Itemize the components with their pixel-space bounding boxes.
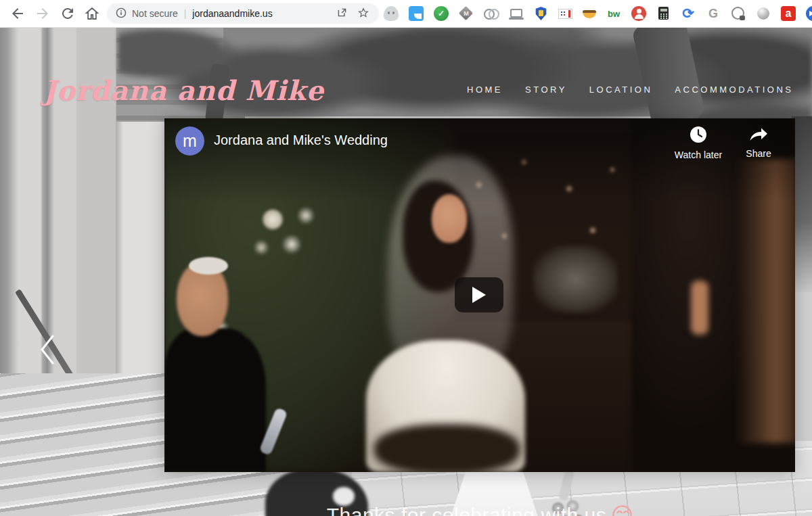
video-mic-windscreen xyxy=(374,424,520,472)
chevron-left-icon xyxy=(39,334,55,365)
carousel-prev-button[interactable] xyxy=(39,334,55,368)
nav-item-home[interactable]: HOME xyxy=(467,85,503,95)
nav-item-accommodations[interactable]: ACCOMMODATIONS xyxy=(675,85,793,95)
video-rabbi-suit xyxy=(164,328,266,472)
video-groom-neck xyxy=(691,281,708,335)
back-button[interactable] xyxy=(9,5,26,22)
pages-icon[interactable] xyxy=(409,6,424,21)
diamond-m-icon[interactable]: M xyxy=(459,6,474,21)
watch-later-button[interactable]: Watch later xyxy=(667,125,730,160)
laptop-icon[interactable] xyxy=(509,6,524,21)
rings-icon[interactable] xyxy=(484,6,499,21)
check-glyph: ✓ xyxy=(438,9,445,18)
red-a-icon[interactable]: a xyxy=(781,6,796,21)
video-flowers xyxy=(244,196,339,274)
calculator-icon[interactable] xyxy=(658,7,669,20)
google-g-icon[interactable]: G xyxy=(706,6,721,21)
address-bar[interactable]: Not secure | jordanaandmike.us xyxy=(107,3,379,24)
site-logo[interactable]: Jordana and Mike xyxy=(43,74,324,106)
home-button[interactable] xyxy=(84,5,100,22)
thanks-line: Thanks for celebrating with us xyxy=(164,502,795,516)
nav-item-story[interactable]: STORY xyxy=(525,85,567,95)
video-player[interactable]: m Jordana and Mike's Wedding Watch later… xyxy=(164,118,795,472)
shield-icon[interactable] xyxy=(535,7,547,20)
thanks-text: Thanks for celebrating with us xyxy=(327,504,607,516)
forward-button[interactable] xyxy=(35,5,51,22)
refresh-button[interactable] xyxy=(60,5,76,22)
channel-avatar[interactable]: m xyxy=(175,126,204,156)
clock-icon xyxy=(689,125,708,144)
url-separator: | xyxy=(184,8,187,19)
bookmark-star-icon[interactable] xyxy=(357,7,369,21)
browser-toolbar: Not secure | jordanaandmike.us ✓ M bw ⟳ … xyxy=(0,0,812,28)
blue-circle-icon[interactable] xyxy=(806,6,812,21)
watch-later-label: Watch later xyxy=(667,149,730,160)
hero-caption: Thanks for celebrating with us February … xyxy=(164,502,795,516)
bw-icon[interactable]: bw xyxy=(606,6,621,21)
person-badge-icon[interactable] xyxy=(631,6,646,21)
diamond-glyph: M xyxy=(464,10,469,17)
open-in-new-icon[interactable] xyxy=(336,7,348,20)
sphere-icon[interactable] xyxy=(757,7,769,20)
play-button[interactable] xyxy=(455,277,503,312)
security-label[interactable]: Not secure xyxy=(132,8,178,19)
taco-icon[interactable] xyxy=(583,10,596,18)
sync-icon[interactable]: ⟳ xyxy=(681,6,696,21)
info-icon[interactable] xyxy=(116,7,127,20)
video-kippah xyxy=(189,257,228,275)
video-title[interactable]: Jordana and Mike's Wedding xyxy=(214,133,388,148)
green-check-icon[interactable]: ✓ xyxy=(434,6,449,21)
ghost-icon[interactable] xyxy=(384,6,399,21)
wedding-site-page: Jordana and Mike HOME STORY LOCATION ACC… xyxy=(0,27,812,516)
url-text: jordanaandmike.us xyxy=(192,8,272,19)
share-button[interactable]: Share xyxy=(736,125,781,159)
site-nav: HOME STORY LOCATION ACCOMMODATIONS GALLE… xyxy=(467,85,812,95)
flag-icon[interactable] xyxy=(558,9,572,19)
extensions-row: ✓ M bw ⟳ G a xyxy=(384,6,812,21)
share-arrow-icon xyxy=(748,125,769,143)
clock-lock-icon[interactable] xyxy=(731,6,746,21)
video-guest-dress xyxy=(533,245,618,313)
share-label: Share xyxy=(736,148,781,159)
winking-emoji-icon xyxy=(612,505,633,516)
nav-item-location[interactable]: LOCATION xyxy=(589,85,653,95)
play-icon xyxy=(472,286,487,304)
